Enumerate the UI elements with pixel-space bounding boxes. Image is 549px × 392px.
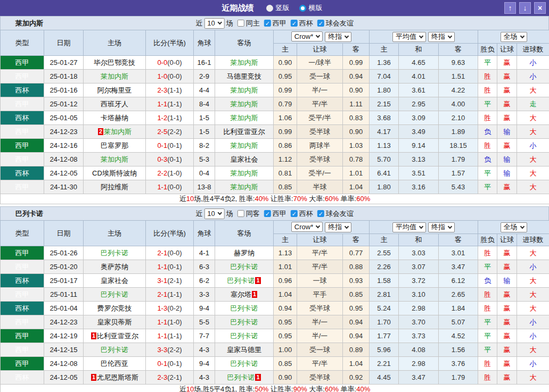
avg-draw: 3.13 [399,153,439,166]
move-up-button[interactable]: ↑ [504,2,516,14]
checkbox-checked[interactable]: ✓ [264,210,271,217]
avg-away: 3.47 [439,260,478,274]
dropdown-select[interactable]: 终指 [325,222,351,232]
handicap-line: 受一球 [297,343,343,357]
dropdown-select[interactable]: 平均值 [392,32,426,42]
avg-home: 5.96 [370,343,399,357]
half-time-score: (1-1) [167,86,182,94]
score-cell: 2-1(0-0) [146,246,194,260]
summary-stat-label: 近 [179,195,186,203]
sections-container: 莱加内斯近10场同主✓西甲✓西杯✓球会友谊类型日期主场比分(半场)角球客场Cro… [0,16,549,392]
dropdown-select[interactable]: 10 [204,18,224,29]
checkbox-unchecked[interactable] [237,210,244,217]
layout-radio-horizontal[interactable]: 横版 [299,3,323,13]
handicap-line: 受平/半 [297,111,343,125]
team-name-text: 巴伦西亚 [101,360,128,368]
league-cell: 西杯 [1,371,44,385]
avg-away: 4.00 [439,97,478,111]
handicap-line: 受半球 [297,153,343,166]
team-name-text: 奥萨苏纳 [101,263,128,271]
chevron-down-icon [419,34,423,38]
half-time-score: (2-1) [167,373,182,381]
summary-stat-label: 场,胜5平4负1, 胜率: [194,385,255,392]
checkbox-checked[interactable]: ✓ [317,20,324,27]
dropdown-select[interactable]: 全场 [501,222,527,232]
team-name-text: 皇家社会 [231,155,258,163]
summary-stat-label: 场,胜4平4负2, 胜率: [194,195,255,203]
result-handicap: 赢 [497,97,517,111]
score-cell: 2-1(1-1) [146,288,194,302]
score-cell: 2-5(2-2) [146,125,194,139]
dropdown-select[interactable]: 终指 [428,222,455,232]
radio-button-icon[interactable] [299,5,306,12]
date-cell: 24-12-08 [44,153,84,166]
result-goals: 大 [517,371,549,385]
league-filter-label: 西杯 [299,19,313,28]
result-handicap: 赢 [497,371,517,385]
checkbox-unchecked[interactable] [237,20,244,27]
dropdown-select[interactable]: 终指 [428,32,455,42]
dropdown-select[interactable]: Crow* [291,31,323,41]
checkbox-checked[interactable]: ✓ [291,210,298,217]
result-goals: 走 [517,97,549,111]
score-cell: 0-0(0-0) [146,56,194,70]
odds-away: 0.89 [343,343,370,357]
odds-home: 0.86 [274,139,297,153]
window-buttons: ↑ ↓ × [504,2,546,14]
date-cell: 24-12-05 [44,371,84,385]
page-title: 近期战绩 [222,3,254,13]
radio-button-icon[interactable] [266,5,273,12]
column-header: 客场 [215,30,274,56]
score-cell: 1-1(1-1) [146,97,194,111]
checkbox-checked[interactable]: ✓ [291,20,298,27]
home-team-cell: 2莱加内斯 [84,125,146,139]
section-team-name: 巴列卡诺 [15,209,43,219]
home-team-cell: 奥萨苏纳 [84,260,146,274]
layout-radio-vertical[interactable]: 竖版 [266,3,290,13]
corner-cell: 4-3 [194,343,215,357]
home-team-cell: 毕尔巴鄂竞技 [84,56,146,70]
sub-column-header: 主 [274,234,297,246]
league-filter-label: 西杯 [299,209,313,219]
result-winlose: 平 [478,97,497,111]
summary-row: 近10场,胜4平4负2, 胜率:40% 让胜率:70% 大率:60% 单率:60… [1,194,549,204]
checkbox-checked[interactable]: ✓ [317,210,324,217]
dropdown-select[interactable]: 终指 [325,32,351,42]
dropdown-select[interactable]: Crow* [291,222,323,232]
half-time-score: (0-0) [167,249,182,257]
checkbox-checked[interactable]: ✓ [264,20,271,27]
up-arrow-icon: ↑ [509,4,512,12]
score-cell: 3-3(2-2) [146,343,194,357]
date-cell: 25-01-26 [44,246,84,260]
score-cell: 0-3(0-1) [146,153,194,166]
match-row: 西甲24-12-23皇家贝蒂斯1-1(1-0)5-5巴列卡诺0.95半/一0.9… [1,315,549,329]
team-name-text: 巴列卡诺 [101,290,128,298]
avg-draw: 3.10 [399,288,439,302]
dropdown-select[interactable]: 全场 [501,32,527,42]
red-card-badge: 1 [255,277,260,284]
avg-away: 1.79 [439,153,478,166]
avg-draw: 2.95 [399,97,439,111]
full-time-score: 1-1 [157,263,167,271]
score-cell: 2-2(1-0) [146,166,194,180]
league-cell: 西杯 [1,302,44,315]
radio-label-horizontal: 横版 [309,3,323,13]
half-time-score: (0-0) [167,183,182,191]
move-down-button[interactable]: ↓ [519,2,531,14]
result-handicap: 输 [497,274,517,288]
result-handicap: 赢 [497,180,517,194]
summary-stat-label: 单率: [339,385,356,392]
full-time-score: 1-1 [157,332,167,340]
dropdown-select[interactable]: 平均值 [392,222,426,232]
result-winlose: 胜 [478,84,497,97]
odds-away: 1.11 [343,97,370,111]
odds-away: 1.04 [343,357,370,371]
dropdown-select[interactable]: 10 [204,208,224,219]
close-button[interactable]: × [534,2,546,14]
result-handicap: 输 [497,166,517,180]
date-cell: 25-01-11 [44,288,84,302]
summary-stat-label: 大率: [307,385,325,392]
result-goals: 小 [517,315,549,329]
avg-home: 1.80 [370,84,399,97]
full-time-score: 2-1 [157,249,167,257]
